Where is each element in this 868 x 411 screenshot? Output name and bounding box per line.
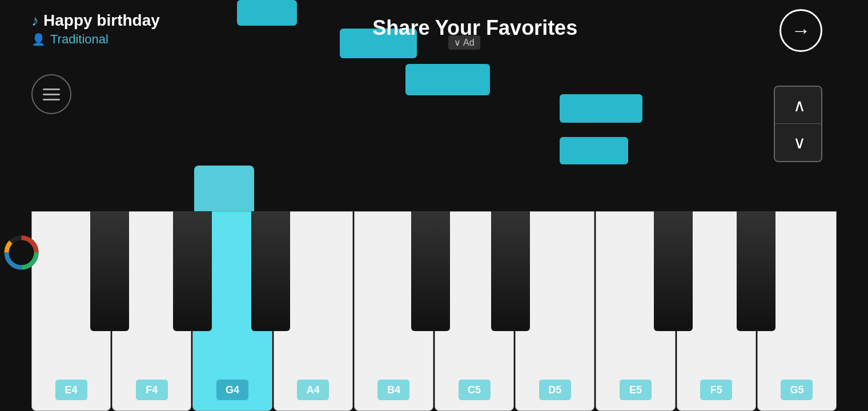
- key-label-b4: B4: [377, 380, 409, 400]
- ad-badge: ∨ Ad: [448, 35, 480, 50]
- song-info: ♪ Happy birthday 👤 Traditional: [31, 11, 160, 47]
- falling-note: [405, 64, 490, 95]
- piano-area: E4 F4 G4 A4 B4 C5 D5 E5: [0, 211, 868, 411]
- key-label-f4: F4: [136, 380, 168, 400]
- key-label-e4: E4: [55, 380, 87, 400]
- key-label-g5: G5: [781, 380, 813, 400]
- app-container: ♪ Happy birthday 👤 Traditional: [0, 0, 868, 411]
- key-label-f5: F5: [700, 380, 732, 400]
- falling-note: [560, 137, 628, 164]
- black-key-gs4[interactable]: [173, 211, 212, 331]
- falling-note: [237, 0, 297, 26]
- key-label-g4: G4: [216, 380, 248, 400]
- song-artist: 👤 Traditional: [31, 32, 160, 47]
- black-key-ds5[interactable]: [491, 211, 530, 331]
- song-title: ♪ Happy birthday: [31, 11, 160, 30]
- progress-ring: [3, 234, 40, 271]
- ad-chevron: ∨: [454, 37, 461, 48]
- music-note-icon: ♪: [31, 12, 39, 30]
- black-key-as4[interactable]: [251, 211, 290, 331]
- black-key-gs5[interactable]: [737, 211, 775, 331]
- chevron-down-icon: ∨: [793, 132, 806, 152]
- black-key-fs5[interactable]: [654, 211, 693, 331]
- hamburger-icon: [43, 88, 60, 100]
- black-key-fs4[interactable]: [90, 211, 129, 331]
- song-artist-text: Traditional: [50, 32, 108, 47]
- scroll-up-button[interactable]: ∧: [775, 87, 822, 124]
- key-label-a4: A4: [297, 380, 329, 400]
- falling-note: [560, 94, 642, 123]
- ad-label: Ad: [463, 38, 475, 48]
- key-label-e5: E5: [620, 380, 652, 400]
- song-title-text: Happy birthday: [43, 11, 160, 30]
- chevron-up-icon: ∧: [793, 95, 806, 115]
- black-key-cs5[interactable]: [411, 211, 450, 331]
- arrow-right-button[interactable]: →: [779, 9, 822, 52]
- key-label-c5: C5: [459, 380, 491, 400]
- menu-button[interactable]: [31, 74, 71, 114]
- active-falling-note: [194, 166, 254, 211]
- scroll-down-button[interactable]: ∨: [775, 124, 822, 161]
- person-icon: 👤: [31, 33, 46, 46]
- scroll-buttons-container: ∧ ∨: [774, 86, 822, 162]
- arrow-right-icon: →: [791, 19, 811, 42]
- key-label-d5: D5: [539, 380, 571, 400]
